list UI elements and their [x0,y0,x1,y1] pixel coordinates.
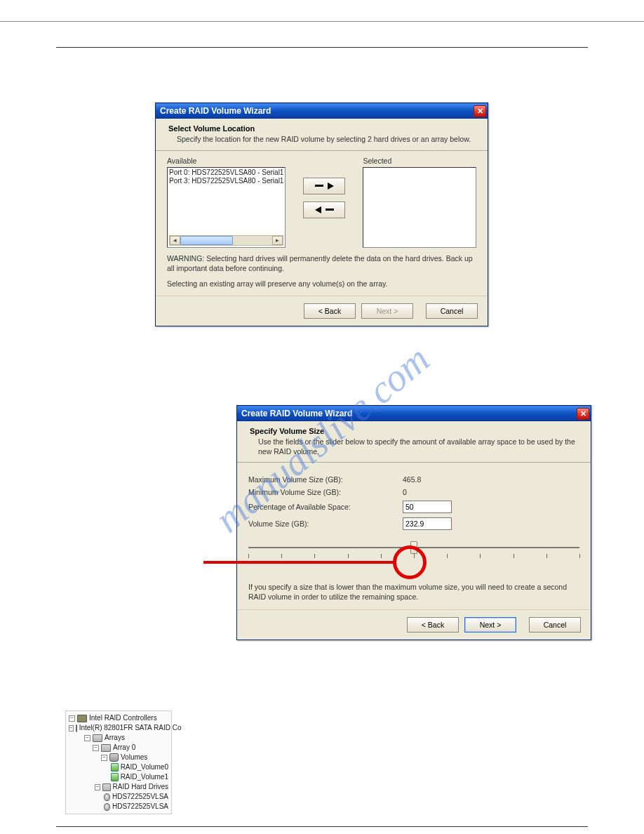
volumes-icon [109,753,119,762]
preserve-note: Selecting an existing array will preserv… [167,279,476,289]
button-bar: < Back Next > Cancel [156,296,488,326]
scroll-thumb[interactable] [180,236,233,245]
dialog-specify-volume-size: Create RAID Volume Wizard ✕ Specify Volu… [236,405,591,640]
list-item[interactable]: Port 3: HDS722525VLSA80 - Serial1 [169,177,283,186]
back-button[interactable]: < Back [304,303,356,319]
dialog-header: Select Volume Location Specify the locat… [156,119,488,151]
raid-tree-view: − Intel RAID Controllers − Intel(R) 8280… [65,710,172,814]
header-desc: Use the fields or the slider below to sp… [258,437,581,456]
min-volume-label: Minimum Volume Size (GB): [248,488,403,496]
percentage-label: Percentage of Available Space: [248,503,403,511]
tree-hd0[interactable]: HDS722525VLSA [69,792,168,802]
hard-drive-icon [104,803,110,811]
collapse-icon[interactable]: − [69,725,74,732]
tree-hd1[interactable]: HDS722525VLSA [69,802,168,812]
dialog-header: Specify Volume Size Use the fields or th… [237,421,591,463]
selected-listbox[interactable] [363,167,476,248]
header-title: Select Volume Location [168,124,478,133]
back-button[interactable]: < Back [407,617,459,633]
controller-icon [76,724,77,732]
dialog-body: Specify Volume Size Use the fields or th… [237,421,591,640]
volume-size-label: Volume Size (GB): [248,519,403,528]
hard-drive-icon [104,793,110,801]
horizontal-scrollbar[interactable]: ◂ ▸ [169,235,283,246]
collapse-icon[interactable]: − [84,735,90,741]
tree-volume0[interactable]: RAID_Volume0 [69,762,168,772]
manual-page: manualslive.com Create RAID Volume Wizar… [0,21,644,834]
selected-label: Selected [363,157,476,165]
volume-icon [111,773,118,781]
dialog-select-volume-location: Create RAID Volume Wizard ✕ Select Volum… [155,102,488,326]
annotation-line [203,561,395,564]
dialog-title: Create RAID Volume Wizard [160,106,271,116]
available-label: Available [167,157,286,165]
percentage-input[interactable] [403,501,452,513]
list-item[interactable]: Port 0: HDS722525VLSA80 - Serial1 [169,168,283,178]
titlebar[interactable]: Create RAID Volume Wizard ✕ [156,103,488,119]
arrays-icon [93,734,102,742]
array-icon [101,744,111,752]
dialog-content: Available Port 0: HDS722525VLSA80 - Seri… [156,152,488,296]
annotation-circle [393,545,427,579]
scroll-right-icon[interactable]: ▸ [272,236,283,245]
move-right-button[interactable] [303,178,345,194]
tree-volume1[interactable]: RAID_Volume1 [69,772,168,782]
arrow-left-icon [315,206,334,213]
scroll-left-icon[interactable]: ◂ [170,236,180,245]
collapse-icon[interactable]: − [101,755,107,761]
drives-group-icon [102,783,111,791]
dialog-content: Maximum Volume Size (GB): 465.8 Minimum … [237,464,591,609]
collapse-icon[interactable]: − [69,715,75,722]
close-icon[interactable]: ✕ [474,105,486,117]
cancel-button[interactable]: Cancel [529,617,581,633]
max-volume-label: Maximum Volume Size (GB): [248,475,403,484]
page-footer-rule [56,826,588,827]
move-left-button[interactable] [303,201,345,218]
size-footer-note: If you specify a size that is lower than… [248,582,579,602]
header-desc: Specify the location for the new RAID vo… [177,135,478,145]
next-button[interactable]: Next > [464,617,516,633]
titlebar[interactable]: Create RAID Volume Wizard ✕ [237,406,591,421]
dialog-body: Select Volume Location Specify the locat… [156,119,488,326]
max-volume-value: 465.8 [403,475,421,484]
tree-array0[interactable]: − Array 0 [69,743,168,753]
controller-group-icon [77,715,87,722]
cancel-button[interactable]: Cancel [426,303,478,319]
tree-hard-drives[interactable]: − RAID Hard Drives [69,782,168,792]
next-button[interactable]: Next > [361,303,413,319]
tree-controller[interactable]: − Intel(R) 82801FR SATA RAID Co [69,723,168,733]
available-listbox[interactable]: Port 0: HDS722525VLSA80 - Serial1 Port 3… [167,167,286,248]
button-bar: < Back Next > Cancel [237,609,591,640]
volume-size-input[interactable] [403,517,452,530]
tree-arrays[interactable]: − Arrays [69,733,168,743]
collapse-icon[interactable]: − [95,784,100,790]
tree-volumes[interactable]: − Volumes [69,753,168,762]
header-title: Specify Volume Size [250,427,581,435]
close-icon[interactable]: ✕ [577,408,589,420]
volume-icon [111,763,118,772]
dialog-title: Create RAID Volume Wizard [241,409,352,418]
collapse-icon[interactable]: − [93,745,99,751]
arrow-right-icon [315,183,334,190]
warning-text: WARNING: Selecting hard drives will perm… [167,253,476,273]
min-volume-value: 0 [403,488,407,496]
tree-root[interactable]: − Intel RAID Controllers [69,713,168,723]
